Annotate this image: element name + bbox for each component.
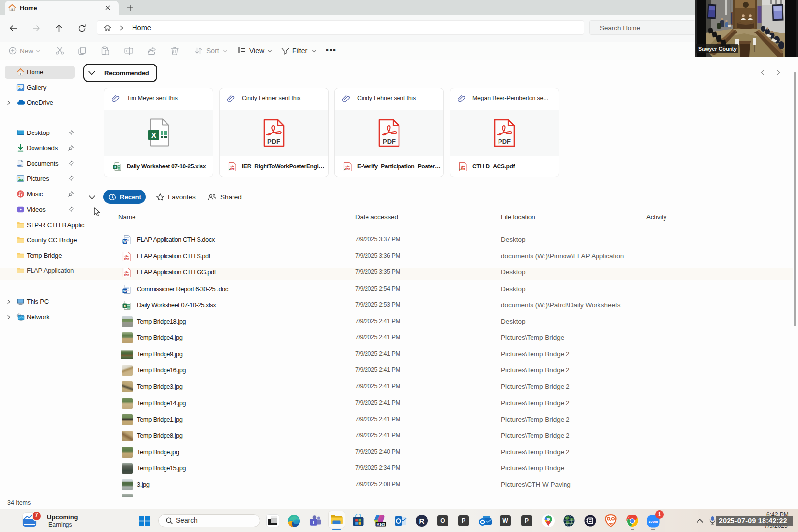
- svg-text:PDF: PDF: [230, 168, 234, 171]
- svg-text:M365: M365: [376, 523, 385, 526]
- svg-text:PDF: PDF: [267, 138, 280, 145]
- svg-text:PDF: PDF: [124, 274, 129, 277]
- svg-text:X: X: [151, 131, 157, 140]
- svg-text:PDF: PDF: [383, 138, 396, 145]
- svg-text:PDF: PDF: [124, 258, 129, 261]
- svg-text:X: X: [114, 165, 116, 169]
- svg-text:zoom: zoom: [649, 520, 658, 523]
- svg-text:W: W: [123, 288, 127, 293]
- svg-text:T: T: [312, 519, 315, 525]
- svg-text:PDF: PDF: [498, 138, 511, 145]
- svg-text:Sawyer County: Sawyer County: [698, 46, 737, 52]
- svg-text:X: X: [123, 303, 126, 308]
- svg-text:R: R: [419, 517, 425, 525]
- svg-text:PDF: PDF: [461, 168, 465, 171]
- svg-text:W: W: [123, 239, 127, 244]
- svg-text:PDF: PDF: [345, 168, 350, 171]
